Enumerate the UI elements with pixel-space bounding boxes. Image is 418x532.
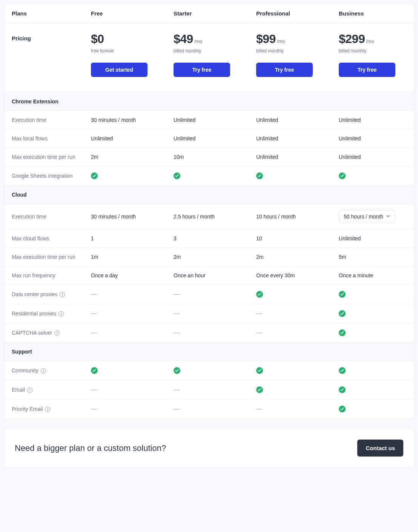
cta-free-button[interactable]: Get started (91, 63, 148, 77)
price-period: /mo (194, 38, 203, 44)
feature-value: 3 (174, 235, 177, 241)
cta-starter-button[interactable]: Try free (174, 63, 230, 77)
feature-value: 10m (174, 154, 184, 160)
feature-cell: Unlimited (331, 111, 414, 129)
feature-value: Once a day (91, 272, 118, 278)
feature-cell: Unlimited (166, 129, 249, 148)
price-period: /mo (277, 38, 285, 44)
feature-value: 10 (256, 235, 262, 241)
feature-cell: 2m (166, 248, 249, 266)
pricing-label: Pricing (4, 27, 83, 49)
feature-cell: 2m (83, 148, 166, 166)
feature-row: Community (4, 361, 414, 380)
feature-cell (249, 285, 331, 304)
price-cell-free: $0 free forever Get started (83, 27, 166, 85)
dash-icon: — (256, 310, 262, 317)
header-plans-label: Plans (4, 4, 83, 23)
dash-icon: — (256, 329, 262, 336)
feature-cell: 1m (83, 248, 166, 266)
check-icon (339, 329, 346, 336)
check-icon (91, 172, 98, 179)
section-title: Support (4, 343, 414, 361)
price-value: $49 (174, 32, 193, 46)
cta-professional-button[interactable]: Try free (256, 63, 313, 77)
check-icon (256, 386, 263, 393)
feature-cell (83, 361, 166, 380)
price-subtext: free forever (91, 48, 158, 54)
feature-row: Max local flows Unlimited Unlimited Unli… (4, 129, 414, 148)
feature-cell (331, 400, 414, 418)
feature-cell (331, 304, 414, 323)
price-value: $299 (339, 32, 365, 46)
feature-value: Unlimited (339, 135, 361, 141)
dash-icon: — (256, 406, 262, 412)
feature-cell (166, 361, 249, 380)
feature-label: CAPTCHA solver (4, 324, 83, 342)
feature-cell (249, 380, 331, 399)
dash-icon: — (174, 406, 180, 412)
section-header: Chrome Extension (4, 92, 414, 111)
feature-value: 2.5 hours / month (174, 214, 215, 220)
footer-cta: Need a bigger plan or a custom solution?… (4, 429, 414, 467)
feature-cell: 10 hours / month (249, 208, 331, 226)
feature-label: Max local flows (4, 129, 83, 148)
feature-cell (166, 166, 249, 185)
feature-cell: 50 hours / month (331, 204, 414, 229)
feature-value: Once a minute (339, 272, 373, 278)
feature-row: Data center proxies — — (4, 285, 414, 304)
feature-cell: Once a minute (331, 266, 414, 284)
col-header-business: Business (331, 4, 414, 23)
feature-cell: — (83, 285, 166, 304)
info-icon[interactable] (41, 368, 46, 374)
check-icon (339, 291, 346, 298)
dash-icon: — (91, 310, 97, 317)
dash-icon: — (174, 386, 180, 393)
pricing-table: Plans Free Starter Professional Business… (4, 4, 414, 419)
feature-label: Max execution time per run (4, 248, 83, 266)
feature-cell: — (166, 323, 249, 342)
feature-value: Unlimited (174, 117, 195, 123)
feature-row: Max cloud flows 1 3 10 Unlimited (4, 229, 414, 248)
price-value: $0 (91, 32, 104, 46)
price-cell-business: $299/mo billed monthly Try free (331, 27, 414, 85)
feature-row: Priority Email — — — (4, 400, 414, 418)
feature-label: Google Sheets integration (4, 167, 83, 185)
feature-value: Unlimited (339, 117, 361, 123)
feature-value: Once an hour (174, 272, 206, 278)
feature-value: Unlimited (256, 135, 278, 141)
check-icon (91, 367, 98, 374)
feature-label: Priority Email (4, 400, 83, 418)
feature-cell (83, 166, 166, 185)
contact-us-button[interactable]: Contact us (357, 440, 403, 457)
feature-cell: — (83, 380, 166, 399)
cta-business-button[interactable]: Try free (339, 63, 395, 77)
section-header: Support (4, 343, 414, 361)
footer-question: Need a bigger plan or a custom solution? (15, 443, 166, 453)
feature-value: 1 (91, 235, 94, 241)
info-icon[interactable] (27, 387, 32, 393)
col-header-starter: Starter (166, 4, 249, 23)
info-icon[interactable] (60, 292, 65, 297)
feature-cell: 2.5 hours / month (166, 208, 249, 226)
feature-value: 30 minutes / month (91, 214, 136, 220)
price-value: $99 (256, 32, 276, 46)
feature-row: CAPTCHA solver — — — (4, 323, 414, 343)
feature-value: 1m (91, 254, 98, 260)
info-icon[interactable] (58, 311, 64, 317)
info-icon[interactable] (45, 407, 50, 412)
feature-value: 30 minutes / month (91, 117, 136, 123)
feature-cell: 10 (249, 229, 331, 248)
price-subtext: billed monthly (174, 48, 241, 54)
feature-cell: Unlimited (166, 111, 249, 129)
feature-value: 2m (91, 154, 98, 160)
feature-cell (331, 166, 414, 185)
feature-cell (331, 361, 414, 380)
feature-cell (331, 285, 414, 304)
info-icon[interactable] (54, 331, 60, 336)
hours-dropdown[interactable]: 50 hours / month (339, 210, 395, 223)
section-title: Chrome Extension (4, 92, 414, 111)
feature-cell: — (166, 400, 249, 418)
check-icon (339, 367, 346, 374)
feature-cell (331, 380, 414, 399)
feature-cell (249, 361, 331, 380)
